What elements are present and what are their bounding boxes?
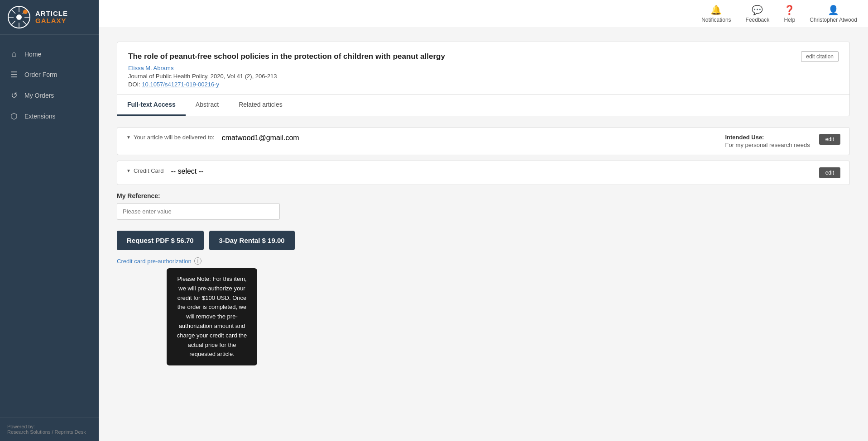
delivery-email-value: cmatwood1@gmail.com <box>222 134 299 142</box>
delivery-toggle-label: Your article will be delivered to: <box>134 134 215 141</box>
logo-galaxy: GALAXY <box>35 17 68 25</box>
article-doi: DOI: 10.1057/s41271-019-00216-y <box>128 81 839 88</box>
delivery-panel: ▼ Your article will be delivered to: cma… <box>117 127 850 155</box>
delivery-chevron-icon: ▼ <box>126 135 131 140</box>
sidebar-item-home-label: Home <box>24 51 41 58</box>
action-buttons: Request PDF $ 56.70 3-Day Rental $ 19.00 <box>117 231 850 250</box>
rental-button[interactable]: 3-Day Rental $ 19.00 <box>209 231 295 250</box>
notifications-icon: 🔔 <box>710 5 722 15</box>
help-button[interactable]: ❓ Help <box>784 5 795 23</box>
user-icon: 👤 <box>828 5 839 15</box>
credit-card-panel: ▼ Credit Card -- select -- edit <box>117 161 850 185</box>
tab-related-articles[interactable]: Related articles <box>229 95 293 116</box>
article-author: Elissa M. Abrams <box>128 65 839 71</box>
article-card: The role of peanut-free school policies … <box>117 42 850 116</box>
doi-link[interactable]: 10.1057/s41271-019-00216-y <box>142 81 219 88</box>
notifications-button[interactable]: 🔔 Notifications <box>701 5 731 23</box>
footer-line2: Research Solutions / Reprints Desk <box>7 429 91 435</box>
home-icon: ⌂ <box>9 49 19 59</box>
svg-point-10 <box>23 9 28 14</box>
main: 🔔 Notifications 💬 Feedback ❓ Help 👤 Chri… <box>99 0 868 441</box>
help-label: Help <box>784 17 795 23</box>
article-title: The role of peanut-free school policies … <box>128 51 794 62</box>
topbar: 🔔 Notifications 💬 Feedback ❓ Help 👤 Chri… <box>99 0 868 28</box>
delivery-toggle[interactable]: ▼ Your article will be delivered to: <box>126 134 215 141</box>
reference-section: My Reference: <box>117 192 850 220</box>
preauth-tooltip: Please Note: For this item, we will pre-… <box>167 268 257 365</box>
credit-card-panel-row: ▼ Credit Card -- select -- edit <box>117 161 849 185</box>
intended-use-label: Intended Use: <box>725 134 810 141</box>
credit-card-toggle-label: Credit Card <box>134 167 163 174</box>
sidebar-footer: Powered by: Research Solutions / Reprint… <box>0 417 99 441</box>
sidebar-logo: ARTICLE GALAXY <box>0 0 99 35</box>
article-header: The role of peanut-free school policies … <box>128 51 839 62</box>
user-menu[interactable]: 👤 Christopher Atwood <box>810 5 857 23</box>
sidebar-item-home[interactable]: ⌂ Home <box>0 44 99 64</box>
order-form-icon: ☰ <box>9 70 19 80</box>
svg-line-9 <box>11 21 15 25</box>
sidebar-item-my-orders[interactable]: ↺ My Orders <box>0 85 99 106</box>
feedback-label: Feedback <box>746 17 770 23</box>
credit-card-select-value: -- select -- <box>171 167 203 175</box>
intended-use-block: Intended Use: For my personal research n… <box>725 134 810 148</box>
sidebar-item-order-form[interactable]: ☰ Order Form <box>0 64 99 85</box>
sidebar-item-my-orders-label: My Orders <box>24 92 54 99</box>
delivery-panel-row: ▼ Your article will be delivered to: cma… <box>117 128 849 155</box>
help-icon: ❓ <box>784 5 795 15</box>
article-journal: Journal of Public Health Policy, 2020, V… <box>128 73 839 80</box>
delivery-right: Intended Use: For my personal research n… <box>725 134 840 148</box>
sidebar-item-extensions-label: Extensions <box>24 113 55 120</box>
tab-abstract[interactable]: Abstract <box>186 95 229 116</box>
sidebar-nav: ⌂ Home ☰ Order Form ↺ My Orders ⬡ Extens… <box>0 35 99 417</box>
tab-full-text[interactable]: Full-text Access <box>117 95 186 116</box>
doi-label: DOI: <box>128 81 140 88</box>
svg-point-1 <box>16 14 22 20</box>
sidebar-item-extensions[interactable]: ⬡ Extensions <box>0 106 99 127</box>
edit-citation-button[interactable]: edit citation <box>801 51 839 62</box>
footer-line1: Powered by: <box>7 424 91 429</box>
feedback-button[interactable]: 💬 Feedback <box>746 5 770 23</box>
reference-label: My Reference: <box>117 192 850 199</box>
user-name: Christopher Atwood <box>810 17 857 23</box>
request-pdf-button[interactable]: Request PDF $ 56.70 <box>117 231 204 250</box>
svg-line-7 <box>23 21 27 25</box>
info-icon[interactable]: i <box>194 257 201 265</box>
preauth-link[interactable]: Credit card pre-authorization <box>117 258 192 265</box>
content-area: The role of peanut-free school policies … <box>99 28 868 441</box>
extensions-icon: ⬡ <box>9 111 19 121</box>
logo-text: ARTICLE GALAXY <box>35 10 68 25</box>
intended-use-value: For my personal research needs <box>725 142 810 148</box>
article-tabs: Full-text Access Abstract Related articl… <box>117 94 849 116</box>
sidebar-item-order-form-label: Order Form <box>24 71 57 78</box>
credit-card-select: -- select -- <box>171 167 811 175</box>
logo-article: ARTICLE <box>35 10 68 18</box>
delivery-email: cmatwood1@gmail.com <box>222 134 718 142</box>
my-orders-icon: ↺ <box>9 90 19 100</box>
credit-card-toggle[interactable]: ▼ Credit Card <box>126 167 163 174</box>
reference-input[interactable] <box>117 203 280 220</box>
notifications-label: Notifications <box>701 17 731 23</box>
svg-line-6 <box>11 9 15 14</box>
sidebar: ARTICLE GALAXY ⌂ Home ☰ Order Form ↺ My … <box>0 0 99 441</box>
credit-card-chevron-icon: ▼ <box>126 168 131 173</box>
credit-card-right: edit <box>819 167 840 178</box>
preauth-row: Credit card pre-authorization i Please N… <box>117 257 850 265</box>
delivery-edit-button[interactable]: edit <box>819 134 840 145</box>
logo-icon <box>7 5 31 29</box>
credit-card-edit-button[interactable]: edit <box>819 167 840 178</box>
feedback-icon: 💬 <box>752 5 763 15</box>
